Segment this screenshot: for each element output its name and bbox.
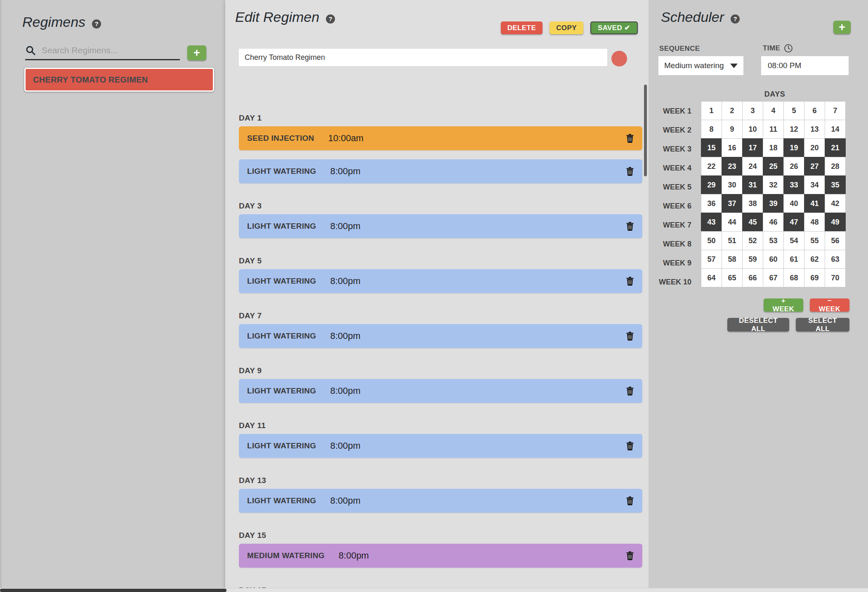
- scheduler-day-cell[interactable]: 41: [804, 194, 825, 213]
- scheduler-day-cell[interactable]: 46: [763, 213, 784, 232]
- scheduler-day-cell[interactable]: 28: [825, 157, 846, 176]
- scheduler-day-cell[interactable]: 66: [742, 268, 763, 287]
- scheduler-day-cell[interactable]: 3: [742, 101, 763, 120]
- scheduler-day-cell[interactable]: 6: [804, 101, 825, 120]
- scheduler-day-cell[interactable]: 27: [804, 157, 825, 176]
- scheduler-day-cell[interactable]: 22: [701, 157, 722, 176]
- trash-icon[interactable]: [626, 167, 634, 176]
- scheduler-day-cell[interactable]: 70: [825, 268, 846, 287]
- scheduler-day-cell[interactable]: 14: [825, 120, 846, 139]
- add-week-button[interactable]: + WEEK: [764, 298, 803, 312]
- remove-week-button[interactable]: − WEEK: [810, 298, 849, 312]
- help-icon[interactable]: ?: [92, 19, 101, 28]
- help-icon[interactable]: ?: [326, 14, 335, 24]
- scheduler-day-cell[interactable]: 19: [783, 138, 804, 157]
- scheduler-day-cell[interactable]: 58: [722, 250, 743, 269]
- scheduler-day-cell[interactable]: 38: [742, 194, 763, 213]
- scheduler-day-cell[interactable]: 26: [783, 157, 804, 176]
- scheduler-day-cell[interactable]: 12: [783, 120, 804, 139]
- scheduler-day-cell[interactable]: 53: [763, 231, 784, 250]
- scheduler-day-cell[interactable]: 44: [722, 213, 743, 232]
- trash-icon[interactable]: [626, 332, 634, 341]
- scheduler-day-cell[interactable]: 21: [825, 138, 846, 157]
- add-regimen-button[interactable]: +: [187, 45, 206, 60]
- scheduler-day-cell[interactable]: 8: [701, 120, 722, 139]
- week-label: WEEK 7: [649, 215, 691, 234]
- scheduler-day-cell[interactable]: 59: [742, 250, 763, 269]
- scheduler-day-cell[interactable]: 30: [722, 175, 743, 194]
- scheduler-day-cell[interactable]: 65: [722, 268, 743, 287]
- regimen-list-item[interactable]: CHERRY TOMATO REGIMEN: [24, 68, 214, 92]
- horizontal-scrollbar-thumb[interactable]: [0, 589, 226, 592]
- scheduler-day-cell[interactable]: 47: [783, 213, 804, 232]
- trash-icon[interactable]: [626, 496, 634, 505]
- delete-button[interactable]: DELETE: [501, 21, 542, 34]
- trash-icon[interactable]: [626, 441, 634, 450]
- trash-icon[interactable]: [626, 277, 634, 286]
- scheduler-day-cell[interactable]: 52: [742, 231, 763, 250]
- scheduler-day-cell[interactable]: 69: [804, 268, 825, 287]
- scheduler-day-cell[interactable]: 64: [701, 268, 722, 287]
- scheduler-day-cell[interactable]: 34: [804, 175, 825, 194]
- scheduler-day-cell[interactable]: 67: [763, 268, 784, 287]
- deselect-all-button[interactable]: DESELECT ALL: [727, 318, 789, 332]
- scheduler-day-cell[interactable]: 60: [763, 250, 784, 269]
- scheduler-day-cell[interactable]: 37: [722, 194, 743, 213]
- scheduler-day-cell[interactable]: 63: [825, 250, 846, 269]
- trash-icon[interactable]: [626, 222, 634, 231]
- scheduler-day-cell[interactable]: 42: [825, 194, 846, 213]
- scheduler-day-cell[interactable]: 54: [783, 231, 804, 250]
- scheduler-day-cell[interactable]: 20: [804, 138, 825, 157]
- scheduler-day-cell[interactable]: 33: [783, 175, 804, 194]
- scheduler-day-cell[interactable]: 11: [763, 120, 784, 139]
- scheduler-day-cell[interactable]: 18: [763, 138, 784, 157]
- scheduler-day-cell[interactable]: 15: [701, 138, 722, 157]
- scheduler-day-cell[interactable]: 23: [722, 157, 743, 176]
- scheduler-day-cell[interactable]: 7: [825, 101, 846, 120]
- scheduler-day-cell[interactable]: 35: [825, 175, 846, 194]
- scheduler-day-cell[interactable]: 25: [763, 157, 784, 176]
- scheduler-day-cell[interactable]: 24: [742, 157, 763, 176]
- scheduler-day-cell[interactable]: 2: [722, 101, 743, 120]
- scheduler-day-cell[interactable]: 32: [763, 175, 784, 194]
- scheduler-day-cell[interactable]: 4: [763, 101, 784, 120]
- trash-icon[interactable]: [626, 551, 634, 560]
- scheduler-day-cell[interactable]: 31: [742, 175, 763, 194]
- scheduler-day-cell[interactable]: 43: [701, 213, 722, 232]
- search-input[interactable]: [41, 45, 180, 56]
- scheduler-day-cell[interactable]: 1: [701, 101, 722, 120]
- scheduler-day-cell[interactable]: 51: [722, 231, 743, 250]
- scheduler-day-cell[interactable]: 56: [825, 231, 846, 250]
- scheduler-day-cell[interactable]: 36: [701, 194, 722, 213]
- scheduler-day-cell[interactable]: 29: [701, 175, 722, 194]
- scheduler-day-cell[interactable]: 9: [722, 120, 743, 139]
- help-icon[interactable]: ?: [731, 14, 740, 24]
- trash-icon[interactable]: [626, 386, 634, 395]
- scheduler-day-cell[interactable]: 45: [742, 213, 763, 232]
- scheduler-day-cell[interactable]: 13: [804, 120, 825, 139]
- scheduler-day-cell[interactable]: 49: [825, 213, 846, 232]
- scheduler-day-cell[interactable]: 48: [804, 213, 825, 232]
- trash-icon[interactable]: [626, 134, 634, 143]
- time-input[interactable]: [761, 56, 849, 75]
- select-all-button[interactable]: SELECT ALL: [796, 318, 849, 332]
- scheduler-day-cell[interactable]: 16: [722, 138, 743, 157]
- add-scheduler-item-button[interactable]: +: [833, 21, 851, 34]
- scheduler-day-cell[interactable]: 40: [783, 194, 804, 213]
- scheduler-day-cell[interactable]: 39: [763, 194, 784, 213]
- scheduler-day-cell[interactable]: 55: [804, 231, 825, 250]
- scheduler-day-cell[interactable]: 17: [742, 138, 763, 157]
- saved-button[interactable]: SAVED ✔: [590, 21, 638, 34]
- copy-button[interactable]: COPY: [550, 21, 583, 34]
- sequence-select[interactable]: Medium watering: [658, 56, 743, 75]
- scheduler-day-cell[interactable]: 5: [783, 101, 804, 120]
- scheduler-day-cell[interactable]: 10: [742, 120, 763, 139]
- scheduler-day-cell[interactable]: 62: [804, 250, 825, 269]
- regimen-name-input[interactable]: [239, 49, 607, 66]
- day-list-scrollbar[interactable]: [644, 85, 647, 176]
- scheduler-day-cell[interactable]: 68: [783, 268, 804, 287]
- scheduler-day-cell[interactable]: 61: [783, 250, 804, 269]
- scheduler-day-cell[interactable]: 50: [701, 231, 722, 250]
- regimen-color-picker[interactable]: [611, 51, 627, 66]
- scheduler-day-cell[interactable]: 57: [701, 250, 722, 269]
